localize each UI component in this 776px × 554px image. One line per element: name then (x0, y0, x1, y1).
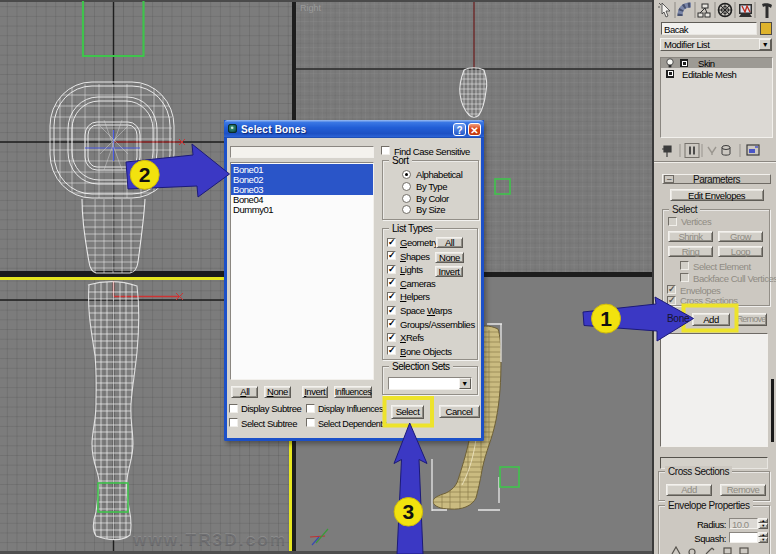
svg-text:2: 2 (139, 163, 151, 186)
svg-text:3: 3 (403, 500, 415, 523)
svg-text:1: 1 (600, 307, 612, 330)
svg-text:Bone: Bone (667, 313, 690, 324)
